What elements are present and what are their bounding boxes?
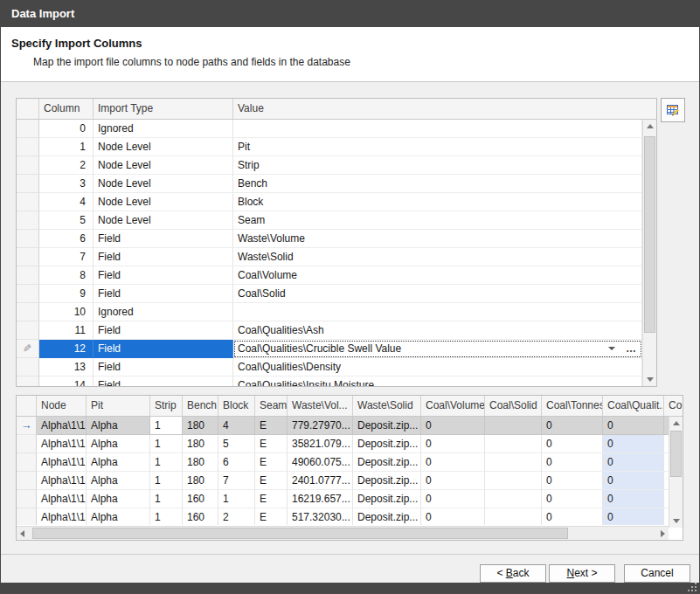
grid-cell[interactable]: Alpha\1\1... [37,472,87,490]
grid-cell[interactable]: Deposit.zip... [353,453,421,472]
grid-cell[interactable]: 0 [542,417,603,435]
value-cell[interactable]: Strip [233,156,642,175]
next-button[interactable]: Next > [549,564,615,583]
grid-cell[interactable]: 1 [218,490,255,508]
grid-cell[interactable]: 0 [421,472,485,490]
grid-cell[interactable]: E [255,490,288,508]
grid-cell[interactable]: Deposit.zip... [353,435,421,453]
column-number-cell[interactable]: 14 [39,376,94,386]
grid-cell[interactable]: Alpha\1\1... [37,417,87,435]
column-header[interactable]: Node [37,396,87,416]
grid-cell[interactable]: E [255,417,288,435]
import-type-cell[interactable]: Ignored [94,120,233,138]
grid-cell[interactable]: 1 [150,472,183,490]
value-cell[interactable]: Waste\Volume [233,230,642,248]
mapping-grid-row[interactable]: 6FieldWaste\Volume [17,230,642,248]
column-header[interactable]: Value [233,99,656,119]
mapping-grid-row[interactable]: 1Node LevelPit [17,138,642,156]
ellipsis-button[interactable]: … [626,344,637,353]
value-cell[interactable] [233,120,642,138]
grid-cell[interactable]: Alpha\1\1... [37,453,87,472]
scroll-right-button[interactable] [655,527,669,540]
grid-cell[interactable]: Alpha [87,490,150,508]
column-number-cell[interactable]: 2 [39,156,94,175]
mapping-grid-row[interactable]: 2Node LevelStrip [17,156,642,175]
column-header[interactable]: Strip [150,396,183,416]
mapping-grid-row[interactable]: 5Node LevelSeam [17,211,642,230]
grid-cell[interactable] [485,472,542,490]
grid-cell[interactable]: 1 [150,508,183,525]
column-header[interactable]: Bench [183,396,218,416]
grid-cell[interactable]: 0 [542,435,603,453]
grid-cell[interactable] [485,453,542,472]
grid-cell[interactable]: 0 [542,472,603,490]
value-cell[interactable]: Waste\Solid [233,248,642,266]
import-type-cell[interactable]: Node Level [94,156,233,175]
import-type-cell[interactable]: Field [94,321,233,340]
column-number-cell[interactable]: 7 [39,248,94,266]
import-type-cell[interactable]: Node Level [94,193,233,211]
column-number-cell[interactable]: 12 [39,340,94,358]
column-number-cell[interactable]: 1 [39,138,94,156]
grid-cell[interactable]: 1 [150,453,183,472]
preview-grid-row[interactable]: Alpha\1\1...Alpha11601E16219.657...Depos… [17,490,669,508]
grid-cell[interactable]: Alpha [87,453,150,472]
column-header[interactable]: Co... [664,396,683,416]
horizontal-scrollbar[interactable] [17,526,669,540]
mapping-grid-row[interactable]: 0Ignored [17,120,642,138]
column-header[interactable]: Import Type [94,99,233,119]
grid-cell[interactable]: 0 [603,453,664,472]
grid-cell[interactable]: Deposit.zip... [353,508,421,525]
grid-cell[interactable]: Alpha [87,435,150,453]
scroll-down-button[interactable] [669,515,683,528]
value-cell[interactable]: Block [233,193,642,211]
grid-cell[interactable]: Alpha\1\1... [37,490,87,508]
grid-cell[interactable]: 0 [421,490,485,508]
preview-grid-row[interactable]: →Alpha\1\1...Alpha11804E779.27970...Depo… [17,417,669,435]
column-number-cell[interactable]: 8 [39,266,94,285]
value-cell[interactable]: Coal\Qualities\Ash [233,321,642,340]
grid-cell[interactable]: 0 [421,417,485,435]
mapping-grid-row[interactable]: 7FieldWaste\Solid [17,248,642,266]
column-number-cell[interactable]: 0 [39,120,94,138]
column-header[interactable]: Seam [255,396,288,416]
vertical-scrollbar[interactable] [669,417,683,528]
grid-cell[interactable]: 779.27970... [288,417,353,435]
import-type-cell[interactable]: Field [94,340,233,358]
grid-cell[interactable]: 0 [421,453,485,472]
grid-cell[interactable] [485,417,542,435]
grid-cell[interactable]: 180 [183,435,218,453]
grid-cell[interactable]: 0 [603,472,664,490]
value-editor[interactable]: Coal\Qualities\Crucible Swell Value… [233,340,642,358]
import-type-cell[interactable]: Field [94,266,233,285]
value-cell[interactable]: Coal\Qualities\Density [233,358,642,376]
customize-grid-button[interactable] [661,98,685,122]
grid-cell[interactable]: 2401.0777... [288,472,353,490]
scroll-thumb[interactable] [644,136,655,333]
column-header[interactable]: Pit [87,396,150,416]
grid-cell[interactable]: E [255,435,288,453]
value-cell[interactable]: Seam [233,211,642,230]
grid-cell[interactable]: 4 [218,417,255,435]
grid-cell[interactable]: 517.32030... [288,508,353,525]
grid-cell[interactable]: 1 [150,417,183,435]
grid-cell[interactable]: Deposit.zip... [353,417,421,435]
preview-grid-row[interactable]: Alpha\1\1...Alpha11602E517.32030...Depos… [17,508,669,525]
mapping-grid-row[interactable]: 10Ignored [17,303,642,321]
value-cell[interactable]: Coal\Solid [233,285,642,303]
grid-cell[interactable] [485,508,542,525]
grid-cell[interactable]: Alpha [87,508,150,525]
mapping-grid-row[interactable]: 11FieldCoal\Qualities\Ash [17,321,642,340]
grid-cell[interactable]: Alpha\1\1... [37,508,87,525]
grid-cell[interactable]: 2 [218,508,255,525]
grid-cell[interactable]: Alpha [87,472,150,490]
mapping-grid-row[interactable]: ✎12FieldCoal\Qualities\Crucible Swell Va… [17,340,642,358]
grid-cell[interactable] [485,490,542,508]
value-cell[interactable]: Pit [233,138,642,156]
preview-grid-row[interactable]: Alpha\1\1...Alpha11806E49060.075...Depos… [17,453,669,472]
grid-cell[interactable]: Alpha\1\1... [37,435,87,453]
grid-cell[interactable]: Deposit.zip... [353,472,421,490]
column-header[interactable]: Waste\Solid [353,396,421,416]
scroll-thumb[interactable] [32,528,568,539]
import-type-cell[interactable]: Ignored [94,303,233,321]
